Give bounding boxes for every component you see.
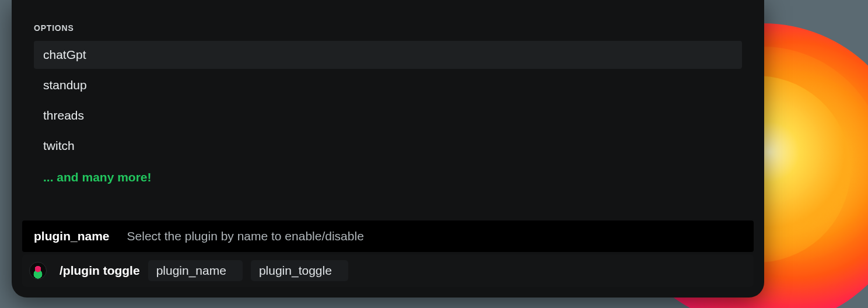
command-chip-plugin-toggle[interactable]: plugin_toggle bbox=[251, 260, 348, 281]
option-item-threads[interactable]: threads bbox=[34, 102, 742, 130]
bot-avatar-icon bbox=[29, 262, 47, 279]
options-more-label: ... and many more! bbox=[34, 163, 742, 191]
parameter-description: Select the plugin by name to enable/disa… bbox=[127, 229, 364, 243]
options-panel: OPTIONS chatGpt standup threads twitch .… bbox=[12, 0, 764, 203]
slash-command-text: /plugin toggle bbox=[55, 264, 140, 278]
command-input-bar[interactable]: /plugin toggle plugin_name plugin_toggle bbox=[22, 254, 754, 287]
options-header: OPTIONS bbox=[22, 23, 754, 41]
parameter-hint-bar: plugin_name Select the plugin by name to… bbox=[22, 220, 754, 252]
command-palette-window: OPTIONS chatGpt standup threads twitch .… bbox=[12, 0, 764, 298]
option-item-chatgpt[interactable]: chatGpt bbox=[34, 41, 742, 69]
command-chip-plugin-name[interactable]: plugin_name bbox=[148, 260, 243, 281]
option-item-twitch[interactable]: twitch bbox=[34, 132, 742, 160]
option-item-standup[interactable]: standup bbox=[34, 71, 742, 99]
parameter-name: plugin_name bbox=[34, 229, 110, 243]
